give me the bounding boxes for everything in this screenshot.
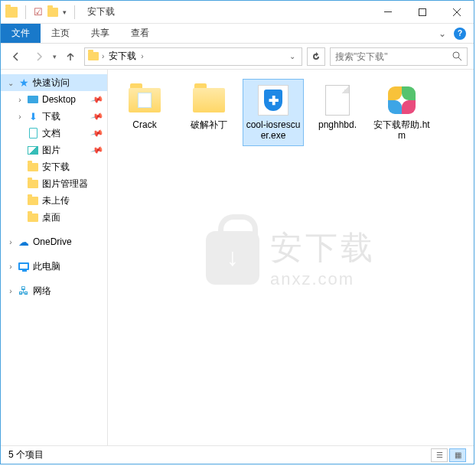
sidebar-network[interactable]: › 🖧 网络 xyxy=(1,282,107,299)
folder-icon xyxy=(193,88,225,112)
download-icon: ⬇ xyxy=(27,110,39,122)
pin-icon: 📌 xyxy=(90,109,105,123)
sidebar-item-documents[interactable]: 文档 📌 xyxy=(1,125,107,142)
sidebar-item-label: OneDrive xyxy=(33,236,72,247)
chevron-right-icon[interactable]: › xyxy=(141,52,143,60)
watermark-text-en: anxz.com xyxy=(270,269,376,289)
folder-icon xyxy=(28,180,38,188)
chevron-right-icon[interactable]: › xyxy=(16,112,24,121)
chevron-down-icon[interactable]: ⌄ xyxy=(7,79,15,87)
file-icon xyxy=(325,85,350,116)
pin-icon: 📌 xyxy=(90,126,105,140)
titlebar: ☑ ▾ 安下载 xyxy=(1,1,474,24)
sidebar-item-label: 图片 xyxy=(42,144,60,157)
pinwheel-icon xyxy=(388,86,416,114)
chevron-right-icon[interactable]: › xyxy=(102,52,104,60)
file-label: Crack xyxy=(132,119,156,130)
status-count: 5 个项目 xyxy=(8,448,44,461)
content-area[interactable]: Crack 破解补丁 ✚ cool-iosrescuer.exe pnghhbd… xyxy=(108,70,474,445)
sidebar-quick-access[interactable]: ⌄ ★ 快速访问 xyxy=(1,74,107,91)
navbar: ▾ › 安下载 › ⌄ xyxy=(1,44,474,70)
breadcrumb-dropdown-icon[interactable]: ⌄ xyxy=(289,52,295,60)
qat-separator xyxy=(25,5,26,19)
pc-icon xyxy=(18,262,29,270)
tab-view[interactable]: 查看 xyxy=(120,24,160,43)
sidebar-item-label: 图片管理器 xyxy=(42,178,88,191)
desktop-icon xyxy=(28,96,38,103)
refresh-button[interactable] xyxy=(307,47,325,66)
folder-icon xyxy=(28,163,38,171)
chevron-right-icon[interactable]: › xyxy=(7,262,15,271)
ribbon-expand-icon[interactable]: ⌄ xyxy=(439,28,446,39)
file-label: 破解补丁 xyxy=(191,119,227,130)
nav-up-button[interactable] xyxy=(61,47,80,66)
sidebar-item-notuploaded[interactable]: 未上传 xyxy=(1,192,107,209)
statusbar: 5 个项目 ☰ ▦ xyxy=(1,445,474,464)
sidebar-item-picmanager[interactable]: 图片管理器 xyxy=(1,175,107,192)
file-item-htm[interactable]: 安下载帮助.htm xyxy=(371,79,432,146)
chevron-right-icon[interactable]: › xyxy=(16,96,24,104)
search-input[interactable] xyxy=(335,51,452,62)
folder-icon xyxy=(28,213,38,222)
sidebar-item-label: 网络 xyxy=(33,285,51,298)
sidebar-item-label: 安下载 xyxy=(42,161,70,174)
chevron-right-icon[interactable]: › xyxy=(7,238,15,246)
tab-file[interactable]: 文件 xyxy=(1,24,41,43)
minimize-button[interactable] xyxy=(370,1,405,24)
tab-home[interactable]: 主页 xyxy=(41,24,80,43)
file-item-folder[interactable]: Crack xyxy=(114,79,175,146)
nav-back-button[interactable] xyxy=(7,47,25,66)
picture-icon xyxy=(28,146,38,155)
breadcrumb-segment[interactable]: 安下载 xyxy=(107,50,138,63)
sidebar-item-desktop2[interactable]: 桌面 xyxy=(1,209,107,226)
star-icon: ★ xyxy=(18,77,30,89)
sidebar-item-label: 此电脑 xyxy=(33,260,60,273)
sidebar-thispc[interactable]: › 此电脑 xyxy=(1,258,107,275)
exe-icon: ✚ xyxy=(258,85,289,116)
file-label: cool-iosrescuer.exe xyxy=(244,119,302,141)
cloud-icon: ☁ xyxy=(18,236,30,248)
chevron-right-icon[interactable]: › xyxy=(7,287,15,295)
file-item-exe[interactable]: ✚ cool-iosrescuer.exe xyxy=(243,79,304,146)
sidebar-item-label: 未上传 xyxy=(42,194,70,207)
view-icons-button[interactable]: ▦ xyxy=(449,448,466,462)
sidebar-item-desktop[interactable]: › Desktop 📌 xyxy=(1,91,107,108)
window-title: 安下载 xyxy=(87,5,115,18)
search-box[interactable] xyxy=(330,47,468,66)
sidebar-item-label: 桌面 xyxy=(42,211,60,224)
qat-separator-2 xyxy=(74,5,75,19)
sidebar-item-label: 下载 xyxy=(42,110,60,123)
help-icon[interactable]: ? xyxy=(454,28,466,40)
sidebar-item-label: 快速访问 xyxy=(33,77,70,90)
search-icon[interactable] xyxy=(452,51,462,61)
svg-point-2 xyxy=(453,52,459,58)
qat-dropdown-icon[interactable]: ▾ xyxy=(63,8,67,16)
sidebar-item-pictures[interactable]: 图片 📌 xyxy=(1,142,107,158)
watermark: ↓ 安下载 anxz.com xyxy=(206,226,376,289)
folder-icon xyxy=(129,88,161,112)
sidebar-onedrive[interactable]: › ☁ OneDrive xyxy=(1,233,107,250)
breadcrumb-folder-icon xyxy=(88,52,99,60)
qat-newfolder-icon[interactable] xyxy=(47,8,58,17)
pin-icon: 📌 xyxy=(90,143,105,157)
close-button[interactable] xyxy=(439,1,474,24)
sidebar: ⌄ ★ 快速访问 › Desktop 📌 › ⬇ 下载 📌 文档 📌 xyxy=(1,70,108,445)
file-item-folder[interactable]: 破解补丁 xyxy=(178,79,240,146)
nav-recent-dropdown[interactable]: ▾ xyxy=(53,53,57,60)
sidebar-item-label: Desktop xyxy=(42,94,76,105)
folder-icon xyxy=(5,7,18,18)
svg-rect-1 xyxy=(419,8,425,15)
maximize-button[interactable] xyxy=(405,1,439,24)
breadcrumb[interactable]: › 安下载 › ⌄ xyxy=(84,47,302,66)
sidebar-item-anxz[interactable]: 安下载 xyxy=(1,158,107,175)
document-icon xyxy=(29,128,37,138)
sidebar-item-label: 文档 xyxy=(42,127,60,140)
qat-properties-icon[interactable]: ☑ xyxy=(34,6,43,18)
file-item-file[interactable]: pnghhbd. xyxy=(307,79,368,146)
sidebar-item-downloads[interactable]: › ⬇ 下载 📌 xyxy=(1,108,107,125)
nav-forward-button[interactable] xyxy=(30,47,48,66)
pin-icon: 📌 xyxy=(90,93,105,106)
view-details-button[interactable]: ☰ xyxy=(431,448,448,462)
tab-share[interactable]: 共享 xyxy=(80,24,120,43)
watermark-text-cn: 安下载 xyxy=(270,226,376,269)
